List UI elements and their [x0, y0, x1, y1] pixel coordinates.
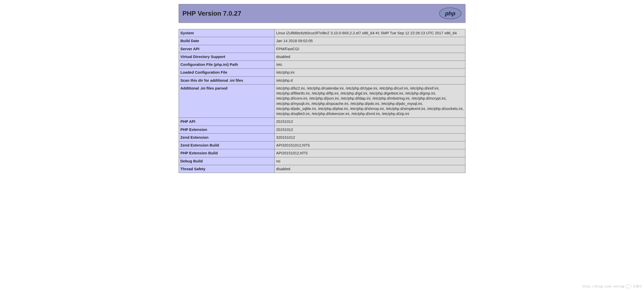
- config-value: no: [275, 157, 465, 165]
- page-title: PHP Version 7.0.27: [182, 10, 241, 17]
- svg-text:php: php: [445, 10, 455, 17]
- config-value: 320151012: [275, 133, 465, 141]
- config-value: Jan 14 2018 09:02:05: [275, 37, 465, 45]
- php-logo-icon: php: [439, 7, 462, 19]
- config-key: Thread Safety: [179, 165, 275, 173]
- config-key: Debug Build: [179, 157, 275, 165]
- config-key: PHP Extension Build: [179, 149, 275, 157]
- table-row: Debug Buildno: [179, 157, 465, 165]
- config-key: Virtual Directory Support: [179, 53, 275, 61]
- config-value: disabled: [275, 165, 465, 173]
- table-row: SystemLinux iZuf66bc6zb0cuc0f7x9krZ 3.10…: [179, 29, 465, 37]
- table-row: Server APIFPM/FastCGI: [179, 45, 465, 53]
- config-key: System: [179, 29, 275, 37]
- config-value: /etc/php.ini: [275, 69, 465, 76]
- config-value: 20151012: [275, 126, 465, 133]
- config-value: 20151012: [275, 118, 465, 126]
- config-value: Linux iZuf66bc6zb0cuc0f7x9krZ 3.10.0-693…: [275, 29, 465, 37]
- config-key: Zend Extension: [179, 133, 275, 141]
- phpinfo-config-table: SystemLinux iZuf66bc6zb0cuc0f7x9krZ 3.10…: [179, 29, 465, 173]
- config-key: Loaded Configuration File: [179, 69, 275, 76]
- table-row: Zend Extension BuildAPI320151012,NTS: [179, 141, 465, 149]
- table-row: Build DateJan 14 2018 09:02:05: [179, 37, 465, 45]
- table-row: Virtual Directory Supportdisabled: [179, 53, 465, 61]
- config-value: /etc/php.d/bz2.ini, /etc/php.d/calendar.…: [275, 84, 465, 118]
- table-row: Thread Safetydisabled: [179, 165, 465, 173]
- config-key: Configuration File (php.ini) Path: [179, 61, 275, 69]
- config-key: Additional .ini files parsed: [179, 84, 275, 118]
- config-key: PHP Extension: [179, 126, 275, 133]
- table-row: Configuration File (php.ini) Path/etc: [179, 61, 465, 69]
- phpinfo-header: PHP Version 7.0.27 php: [179, 4, 465, 23]
- config-key: Server API: [179, 45, 275, 53]
- table-row: Zend Extension320151012: [179, 133, 465, 141]
- config-key: Zend Extension Build: [179, 141, 275, 149]
- config-key: Build Date: [179, 37, 275, 45]
- config-value: /etc: [275, 61, 465, 69]
- config-value: FPM/FastCGI: [275, 45, 465, 53]
- config-key: Scan this dir for additional .ini files: [179, 76, 275, 84]
- table-row: Loaded Configuration File/etc/php.ini: [179, 69, 465, 76]
- config-value: API20151012,NTS: [275, 149, 465, 157]
- table-row: PHP API20151012: [179, 118, 465, 126]
- config-value: disabled: [275, 53, 465, 61]
- table-row: PHP Extension20151012: [179, 126, 465, 133]
- table-row: PHP Extension BuildAPI20151012,NTS: [179, 149, 465, 157]
- table-row: Scan this dir for additional .ini files/…: [179, 76, 465, 84]
- table-row: Additional .ini files parsed/etc/php.d/b…: [179, 84, 465, 118]
- config-value: API320151012,NTS: [275, 141, 465, 149]
- config-key: PHP API: [179, 118, 275, 126]
- config-value: /etc/php.d: [275, 76, 465, 84]
